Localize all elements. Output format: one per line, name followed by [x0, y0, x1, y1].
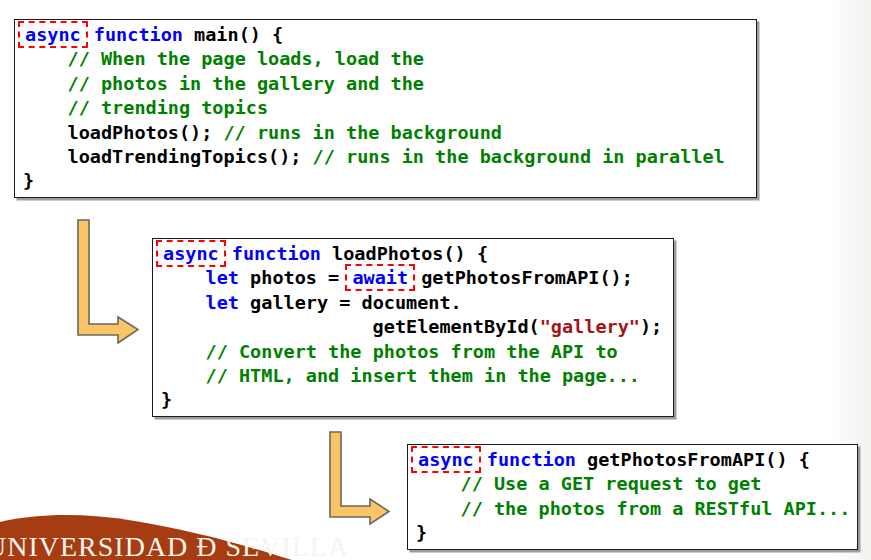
code-segment: let	[206, 292, 239, 313]
code-segment: // Use a GET request to get	[461, 473, 762, 494]
flow-arrow-main-to-loadphotos-icon	[72, 216, 142, 346]
code-segment: getPhotosFromAPI();	[410, 267, 633, 288]
code-segment	[476, 449, 487, 470]
code-line: let photos = await getPhotosFromAPI();	[161, 266, 673, 290]
code-segment	[83, 24, 94, 45]
code-box-loadphotos: async function loadPhotos() { let photos…	[152, 238, 674, 417]
code-segment: getElementById(	[161, 316, 540, 337]
slide-canvas: async function main() { // When the page…	[0, 0, 871, 560]
code-segment: main() {	[183, 24, 283, 45]
code-line: }	[23, 169, 756, 193]
code-segment	[23, 48, 68, 69]
code-segment: gallery = document.	[239, 292, 462, 313]
code-segment: }	[416, 522, 427, 543]
code-segment: // photos in the gallery and the	[68, 73, 424, 94]
code-line: async function getPhotosFromAPI() {	[416, 448, 857, 472]
code-line: loadPhotos(); // runs in the background	[23, 121, 756, 145]
code-segment: let	[206, 267, 239, 288]
highlighted-keyword: async	[156, 240, 226, 267]
code-line: }	[416, 521, 857, 545]
code-segment: // HTML, and insert them in the page...	[206, 365, 640, 386]
code-segment: loadTrendingTopics();	[23, 146, 313, 167]
code-segment: // When the page loads, load the	[68, 48, 424, 69]
code-segment	[221, 243, 232, 264]
code-segment: "gallery"	[540, 316, 640, 337]
code-line: // the photos from a RESTful API...	[416, 497, 857, 521]
code-segment: // Convert the photos from the API to	[206, 341, 618, 362]
code-segment	[23, 73, 68, 94]
code-segment: );	[640, 316, 662, 337]
highlighted-keyword: async	[18, 21, 88, 48]
code-line: loadTrendingTopics(); // runs in the bac…	[23, 145, 756, 169]
code-line: // photos in the gallery and the	[23, 72, 756, 96]
code-line: let gallery = document.	[161, 291, 673, 315]
code-line: getElementById("gallery");	[161, 315, 673, 339]
highlighted-keyword: await	[345, 264, 415, 291]
code-segment: function	[487, 449, 576, 470]
code-segment	[161, 267, 206, 288]
code-segment	[416, 498, 461, 519]
code-line: async function main() {	[23, 23, 756, 47]
code-line: }	[161, 388, 673, 412]
university-logo-text: UNIVERSIDAD Đ SEVILLA	[0, 531, 349, 560]
arrow-shape	[78, 220, 138, 343]
arrow-shape	[330, 432, 389, 524]
code-segment: // runs in the background in parallel	[313, 146, 725, 167]
code-segment: photos =	[239, 267, 350, 288]
code-segment: }	[161, 389, 172, 410]
code-segment: // the photos from a RESTful API...	[461, 498, 851, 519]
code-segment: // trending topics	[68, 97, 268, 118]
code-segment: function	[94, 24, 183, 45]
code-segment: loadPhotos() {	[321, 243, 488, 264]
code-segment	[416, 473, 461, 494]
code-segment	[161, 292, 206, 313]
code-box-main: async function main() { // When the page…	[14, 19, 757, 198]
code-segment	[23, 97, 68, 118]
code-line: // When the page loads, load the	[23, 47, 756, 71]
code-line: async function loadPhotos() {	[161, 242, 673, 266]
flow-arrow-loadphotos-to-api-icon	[324, 428, 396, 530]
code-line: // Use a GET request to get	[416, 472, 857, 496]
code-line: // Convert the photos from the API to	[161, 340, 673, 364]
code-segment: function	[232, 243, 321, 264]
highlighted-keyword: async	[411, 446, 481, 473]
code-segment: getPhotosFromAPI() {	[576, 449, 810, 470]
code-segment: loadPhotos();	[23, 122, 223, 143]
code-line: // HTML, and insert them in the page...	[161, 364, 673, 388]
code-segment	[161, 341, 206, 362]
code-box-getphotosfromapi: async function getPhotosFromAPI() { // U…	[407, 444, 858, 550]
code-segment	[161, 365, 206, 386]
code-segment: }	[23, 170, 34, 191]
code-line: // trending topics	[23, 96, 756, 120]
code-segment: // runs in the background	[223, 122, 501, 143]
